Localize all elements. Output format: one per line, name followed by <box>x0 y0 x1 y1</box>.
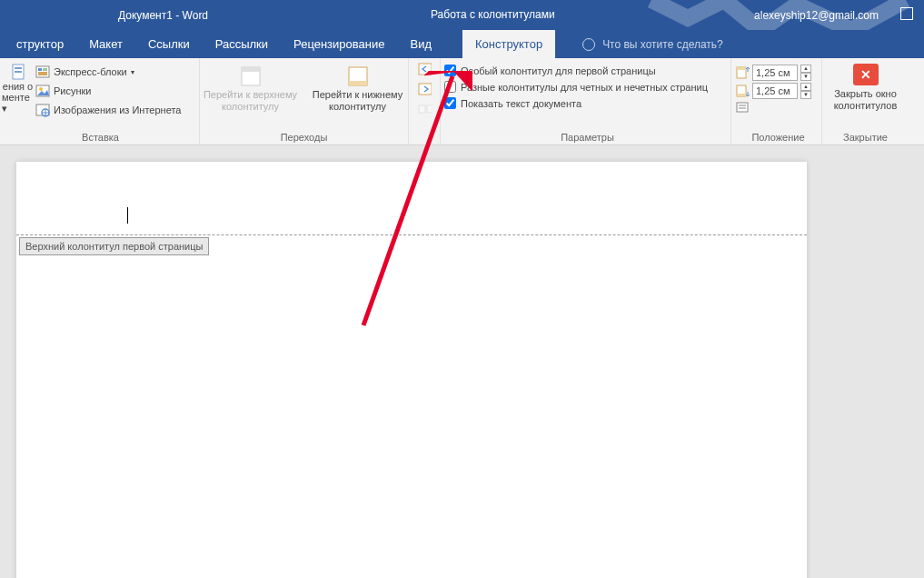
doc-name: Документ1 <box>118 9 173 22</box>
checkbox-icon[interactable] <box>444 65 456 76</box>
svg-rect-14 <box>349 81 367 85</box>
svg-rect-16 <box>419 84 432 95</box>
quick-parts-button[interactable]: Экспресс-блоки ▾ <box>34 64 183 80</box>
footer-from-bottom-spinner[interactable]: 1,25 см ▲▼ <box>735 83 821 99</box>
lightbulb-icon <box>582 38 595 51</box>
ribbon-display-options-icon[interactable] <box>900 7 913 20</box>
group-label-close: Закрытие <box>843 130 888 144</box>
checkbox-icon[interactable] <box>444 97 456 109</box>
alignment-tab-icon <box>735 101 750 114</box>
tab-mailings[interactable]: Рассылки <box>203 30 281 58</box>
svg-rect-2 <box>15 71 22 73</box>
group-label-options: Параметры <box>444 130 730 144</box>
go-header-icon <box>236 65 265 87</box>
svg-rect-22 <box>737 94 746 96</box>
svg-rect-6 <box>38 72 47 75</box>
picture-icon <box>35 84 50 98</box>
title-bar: Документ1 - Word Работа с колонтитулами … <box>0 0 924 30</box>
online-picture-icon <box>35 103 50 117</box>
group-insert: ения о менте ▾ Экспресс-блоки ▾ Рисунки … <box>0 58 200 144</box>
user-email[interactable]: alexeyship12@gmail.com <box>754 9 879 22</box>
group-label-nav: Переходы <box>200 130 408 144</box>
svg-rect-17 <box>419 105 425 113</box>
header-boundary-line <box>16 234 807 235</box>
header-section-tag: Верхний колонтитул первой страницы <box>19 237 209 255</box>
different-odd-even-checkbox[interactable]: Разные колонтитулы для четных и нечетных… <box>444 81 730 93</box>
group-navigation: Перейти к верхнему колонтитулу Перейти к… <box>200 58 409 144</box>
header-position-icon <box>735 66 750 79</box>
svg-rect-18 <box>427 105 432 113</box>
svg-rect-20 <box>737 67 746 70</box>
tab-konstruktor-partial[interactable]: структор <box>4 30 76 58</box>
document-area[interactable]: Верхний колонтитул первой страницы <box>0 145 924 578</box>
pictures-button[interactable]: Рисунки <box>34 83 183 99</box>
doc-info-label-1: ения о <box>3 81 33 92</box>
spin-down-icon[interactable]: ▼ <box>800 91 811 99</box>
svg-point-8 <box>39 87 43 91</box>
group-close: ✕ Закрыть окно колонтитулов Закрытие <box>822 58 909 144</box>
go-to-footer-button[interactable]: Перейти к нижнему колонтитулу <box>308 64 408 115</box>
svg-rect-5 <box>43 68 47 71</box>
context-tools-title: Работа с колонтитулами <box>414 0 571 30</box>
tab-references[interactable]: Ссылки <box>135 30 203 58</box>
footer-bottom-value[interactable]: 1,25 см <box>752 83 798 99</box>
online-pictures-button[interactable]: Изображения из Интернета <box>34 102 183 118</box>
page[interactable]: Верхний колонтитул первой страницы <box>16 162 807 578</box>
footer-position-icon <box>735 85 750 97</box>
ribbon: ения о менте ▾ Экспресс-блоки ▾ Рисунки … <box>0 58 924 145</box>
window-title: Документ1 - Word <box>118 9 208 22</box>
tab-header-footer-design[interactable]: Конструктор <box>462 30 555 58</box>
text-cursor <box>127 207 128 224</box>
checkbox-icon[interactable] <box>444 81 456 93</box>
group-label-position: Положение <box>735 130 821 144</box>
svg-rect-15 <box>419 64 432 75</box>
svg-rect-23 <box>737 103 748 112</box>
header-from-top-spinner[interactable]: 1,25 см ▲▼ <box>735 65 821 81</box>
spin-down-icon[interactable]: ▼ <box>800 73 811 81</box>
tell-me-placeholder: Что вы хотите сделать? <box>602 38 723 51</box>
close-icon: ✕ <box>853 64 879 85</box>
link-previous-icon <box>417 102 432 116</box>
insert-alignment-tab-button[interactable] <box>735 101 821 114</box>
svg-rect-4 <box>38 68 42 71</box>
group-label-insert: Вставка <box>2 130 199 144</box>
tab-view[interactable]: Вид <box>397 30 444 58</box>
previous-section-icon[interactable] <box>417 62 432 76</box>
go-footer-icon <box>343 65 373 87</box>
document-info-icon <box>11 66 25 81</box>
group-options: Особый колонтитул для первой страницы Ра… <box>441 58 731 144</box>
quick-parts-icon <box>35 65 50 79</box>
spin-up-icon[interactable]: ▲ <box>800 65 811 73</box>
spin-up-icon[interactable]: ▲ <box>800 83 811 91</box>
group-position: 1,25 см ▲▼ 1,25 см ▲▼ Положение <box>731 58 822 144</box>
go-to-header-button: Перейти к верхнему колонтитулу <box>201 64 301 115</box>
next-section-icon[interactable] <box>417 82 432 96</box>
svg-rect-1 <box>15 67 22 69</box>
show-document-text-checkbox[interactable]: Показать текст документа <box>444 97 730 109</box>
tab-layout[interactable]: Макет <box>76 30 135 58</box>
tab-review[interactable]: Рецензирование <box>281 30 397 58</box>
app-name: Word <box>183 9 208 22</box>
header-top-value[interactable]: 1,25 см <box>752 65 798 81</box>
tell-me-search[interactable]: Что вы хотите сделать? <box>582 38 723 51</box>
doc-info-label-2: менте ▾ <box>2 92 34 115</box>
svg-rect-12 <box>242 67 260 72</box>
ribbon-tabs: структор Макет Ссылки Рассылки Рецензиро… <box>0 30 924 58</box>
group-nav-extra <box>409 58 441 144</box>
close-header-footer-button[interactable]: ✕ Закрыть окно колонтитулов <box>834 62 898 112</box>
different-first-page-checkbox[interactable]: Особый колонтитул для первой страницы <box>444 65 730 76</box>
